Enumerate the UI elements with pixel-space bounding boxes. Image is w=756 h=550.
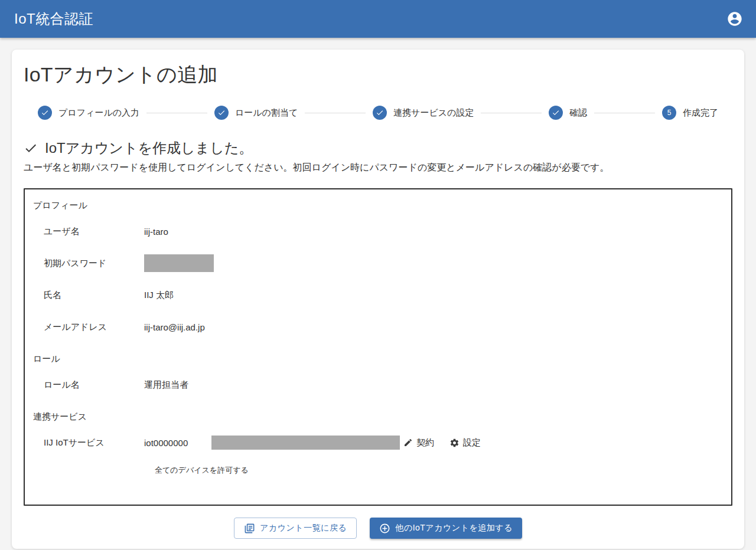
stepper-step-profile: プロフィールの入力 (38, 106, 139, 120)
contract-link[interactable]: 契約 (403, 437, 434, 448)
account-circle-icon[interactable] (725, 9, 744, 28)
stepper-connector (594, 113, 655, 113)
stepper-connector (305, 113, 366, 113)
result-heading-text: IoTアカウントを作成しました。 (45, 139, 253, 158)
page-title: IoTアカウントの追加 (24, 63, 732, 87)
section-title-role: ロール (25, 349, 731, 369)
stepper-step-role: ロールの割当て (214, 106, 298, 120)
row-fullname: 氏名 IIJ 太郎 (25, 279, 731, 311)
step-check-icon (214, 106, 229, 120)
username-label: ユーザ名 (44, 226, 144, 237)
row-initial-password: 初期パスワード (25, 247, 731, 279)
step-label: 連携サービスの設定 (393, 107, 474, 119)
stepper-connector (146, 113, 207, 113)
add-another-account-button[interactable]: 他のIoTアカウントを追加する (370, 518, 522, 539)
add-button-label: 他のIoTアカウントを追加する (395, 523, 513, 533)
settings-link-label: 設定 (463, 437, 481, 448)
step-label: プロフィールの入力 (58, 107, 139, 119)
plus-circle-icon (379, 523, 390, 534)
contract-link-label: 契約 (416, 437, 434, 448)
account-list-icon (244, 523, 255, 534)
app-title: IoT統合認証 (14, 9, 93, 28)
service-permission-note: 全てのデバイスを許可する (25, 459, 731, 482)
row-username: ユーザ名 iij-taro (25, 215, 731, 247)
fullname-value: IIJ 太郎 (144, 290, 174, 301)
redacted-password-value (144, 254, 214, 272)
step-label: 作成完了 (683, 107, 718, 119)
back-to-account-list-button[interactable]: アカウント一覧に戻る (234, 518, 357, 539)
result-heading: IoTアカウントを作成しました。 (24, 139, 732, 158)
app-bar: IoT統合認証 (0, 0, 756, 38)
email-value: iij-taro@iij.ad.jp (144, 322, 205, 332)
step-number-badge: 5 (662, 106, 676, 120)
stepper-connector (481, 113, 542, 113)
step-check-icon (549, 106, 563, 120)
row-role-name: ロール名 運用担当者 (25, 369, 731, 401)
row-email: メールアドレス iij-taro@iij.ad.jp (25, 311, 731, 343)
redacted-contract-value (211, 436, 400, 450)
role-name-value: 運用担当者 (144, 379, 188, 391)
content-card: IoTアカウントの追加 プロフィールの入力 ロールの割当て 連携サービスの設定 (12, 50, 744, 549)
stepper-step-confirm: 確認 (549, 106, 587, 120)
email-label: メールアドレス (44, 322, 144, 333)
stepper: プロフィールの入力 ロールの割当て 連携サービスの設定 確認 5 作成完了 (24, 100, 732, 126)
iot-service-label: IIJ IoTサービス (44, 437, 144, 448)
section-title-profile: プロフィール (25, 195, 731, 215)
step-check-icon (38, 106, 52, 120)
stepper-step-services: 連携サービスの設定 (373, 106, 474, 120)
iot-service-value: iot0000000 (144, 438, 211, 448)
gear-icon (449, 438, 460, 448)
result-note: ユーザ名と初期パスワードを使用してログインしてください。初回ログイン時にパスワー… (24, 161, 732, 174)
step-label: 確認 (569, 107, 587, 119)
username-value: iij-taro (144, 227, 168, 237)
section-title-services: 連携サービス (25, 407, 731, 427)
check-icon (24, 141, 38, 155)
step-label: ロールの割当て (235, 107, 298, 119)
stepper-step-complete: 5 作成完了 (662, 106, 718, 120)
row-iot-service: IIJ IoTサービス iot0000000 契約 設定 (25, 427, 731, 459)
back-button-label: アカウント一覧に戻る (260, 523, 347, 533)
pencil-icon (403, 438, 413, 447)
password-label: 初期パスワード (44, 258, 144, 269)
fullname-label: 氏名 (44, 290, 144, 301)
settings-link[interactable]: 設定 (449, 437, 481, 448)
summary-box: プロフィール ユーザ名 iij-taro 初期パスワード 氏名 IIJ 太郎 メ… (24, 188, 732, 506)
step-check-icon (373, 106, 387, 120)
action-buttons: アカウント一覧に戻る 他のIoTアカウントを追加する (24, 518, 732, 539)
role-name-label: ロール名 (44, 379, 144, 391)
